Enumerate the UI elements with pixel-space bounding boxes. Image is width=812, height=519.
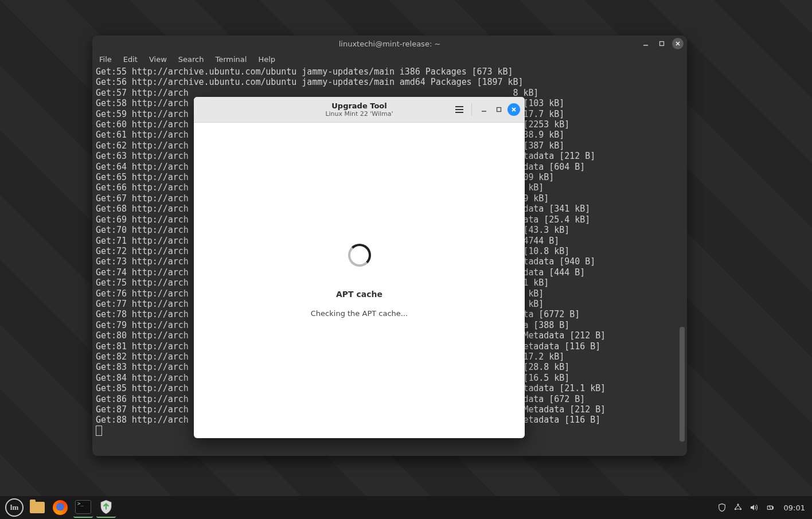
separator bbox=[471, 103, 472, 116]
dialog-body: APT cache Checking the APT cache... bbox=[194, 123, 525, 438]
spinner-icon bbox=[348, 244, 371, 267]
apt-cache-heading: APT cache bbox=[336, 290, 382, 299]
terminal-title: linuxtechi@mint-release: ~ bbox=[339, 40, 441, 48]
taskbar-terminal[interactable] bbox=[73, 497, 93, 518]
volume-tray-icon[interactable] bbox=[749, 503, 759, 512]
dialog-close-button[interactable] bbox=[508, 103, 520, 116]
firefox-icon bbox=[53, 500, 68, 515]
taskbar: lm 09:01 bbox=[0, 496, 812, 519]
network-tray-icon[interactable] bbox=[733, 503, 743, 512]
taskbar-update-manager[interactable] bbox=[96, 497, 116, 518]
dialog-header[interactable]: Upgrade Tool Linux Mint 22 'Wilma' bbox=[194, 97, 525, 123]
taskbar-files[interactable] bbox=[28, 498, 47, 517]
menu-search[interactable]: Search bbox=[178, 55, 204, 64]
menu-file[interactable]: File bbox=[99, 55, 112, 64]
svg-point-10 bbox=[740, 508, 741, 510]
menu-edit[interactable]: Edit bbox=[123, 55, 138, 64]
system-tray: 09:01 bbox=[717, 503, 807, 512]
start-menu-button[interactable]: lm bbox=[5, 498, 24, 517]
minimize-button[interactable] bbox=[640, 38, 651, 49]
taskbar-clock[interactable]: 09:01 bbox=[784, 504, 805, 512]
terminal-scroll-thumb[interactable] bbox=[680, 327, 685, 442]
apt-cache-message: Checking the APT cache... bbox=[311, 309, 408, 318]
menu-help[interactable]: Help bbox=[258, 55, 275, 64]
svg-rect-5 bbox=[497, 108, 501, 112]
update-shield-icon bbox=[100, 500, 112, 514]
folder-icon bbox=[30, 502, 45, 513]
terminal-titlebar[interactable]: linuxtechi@mint-release: ~ bbox=[92, 36, 687, 52]
security-tray-icon[interactable] bbox=[717, 503, 727, 512]
dialog-minimize-button[interactable] bbox=[478, 103, 490, 116]
svg-point-8 bbox=[737, 504, 739, 505]
svg-point-9 bbox=[734, 508, 736, 510]
mint-logo-icon: lm bbox=[5, 498, 24, 517]
terminal-icon bbox=[75, 500, 91, 514]
terminal-cursor bbox=[96, 426, 102, 436]
menu-view[interactable]: View bbox=[149, 55, 167, 64]
upgrade-tool-dialog: Upgrade Tool Linux Mint 22 'Wilma' APT c… bbox=[194, 97, 525, 438]
power-tray-icon[interactable] bbox=[766, 503, 775, 512]
taskbar-firefox[interactable] bbox=[50, 498, 70, 517]
svg-rect-12 bbox=[772, 507, 773, 509]
maximize-button[interactable] bbox=[656, 38, 667, 49]
close-button[interactable] bbox=[672, 38, 684, 49]
dialog-maximize-button[interactable] bbox=[493, 103, 505, 116]
menu-terminal[interactable]: Terminal bbox=[215, 55, 247, 64]
svg-rect-1 bbox=[660, 42, 664, 46]
terminal-scrollbar[interactable] bbox=[680, 69, 685, 454]
hamburger-menu-button[interactable] bbox=[453, 103, 466, 116]
terminal-menubar: File Edit View Search Terminal Help bbox=[92, 52, 687, 67]
